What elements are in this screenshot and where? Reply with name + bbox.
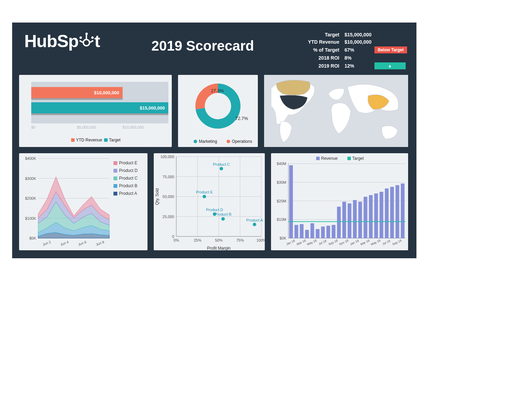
svg-rect-127 bbox=[347, 157, 351, 160]
svg-text:YTD Revenue: YTD Revenue bbox=[76, 138, 102, 142]
svg-rect-92 bbox=[295, 225, 298, 238]
svg-text:$300K: $300K bbox=[25, 176, 36, 181]
svg-text:Target: Target bbox=[352, 156, 364, 161]
svg-rect-93 bbox=[300, 224, 304, 238]
svg-text:Product B: Product B bbox=[119, 183, 137, 188]
svg-rect-96 bbox=[316, 229, 320, 238]
svg-text:Jun 2: Jun 2 bbox=[42, 240, 51, 246]
svg-rect-94 bbox=[305, 230, 309, 238]
svg-text:May 19: May 19 bbox=[370, 239, 381, 246]
svg-text:Sep 19: Sep 19 bbox=[392, 239, 402, 246]
svg-text:72.7%: 72.7% bbox=[235, 116, 248, 121]
kpi-label: Target bbox=[307, 32, 339, 38]
kpi-table: Target $15,000,000 YTD Revenue $10,000,0… bbox=[305, 28, 409, 71]
svg-text:Product E: Product E bbox=[196, 190, 213, 194]
svg-text:Product D: Product D bbox=[119, 168, 138, 173]
scorecard-dashboard: HubSp t 2019 Scorecard Target $15,000,00… bbox=[12, 23, 416, 258]
svg-rect-12 bbox=[104, 138, 108, 142]
svg-rect-35 bbox=[113, 161, 117, 165]
svg-point-71 bbox=[220, 167, 223, 171]
svg-rect-5 bbox=[31, 113, 168, 115]
svg-text:$30M: $30M bbox=[277, 180, 286, 184]
svg-text:Revenue: Revenue bbox=[321, 156, 338, 161]
svg-rect-104 bbox=[358, 202, 362, 238]
svg-text:Jan 18: Jan 18 bbox=[286, 239, 296, 246]
svg-rect-103 bbox=[353, 200, 357, 238]
spend-breakdown-chart: 27.3%72.7%MarketingOperations bbox=[178, 75, 258, 147]
svg-text:Jun 6: Jun 6 bbox=[78, 240, 87, 246]
page-title: 2019 Scorecard bbox=[100, 28, 306, 54]
svg-point-16 bbox=[194, 140, 197, 143]
svg-text:Jul 18: Jul 18 bbox=[318, 239, 327, 246]
svg-rect-108 bbox=[380, 192, 383, 238]
trend-up-icon: ▲ bbox=[374, 62, 406, 69]
product-revenue-trend-chart: $0K$100K$200K$300K$400KJun 2Jun 4Jun 6Ju… bbox=[19, 153, 147, 250]
svg-text:75,000: 75,000 bbox=[162, 175, 174, 179]
kpi-label: 2019 ROI bbox=[307, 62, 339, 70]
svg-point-67 bbox=[253, 223, 256, 226]
svg-rect-110 bbox=[390, 187, 394, 238]
svg-text:$40M: $40M bbox=[277, 162, 286, 166]
svg-text:$0K: $0K bbox=[29, 236, 36, 240]
svg-text:100,000: 100,000 bbox=[160, 155, 174, 159]
svg-rect-91 bbox=[289, 165, 293, 238]
svg-text:$20M: $20M bbox=[277, 199, 286, 203]
kpi-value: 67% bbox=[342, 46, 372, 54]
svg-text:$5,000,000: $5,000,000 bbox=[77, 125, 96, 129]
svg-text:Product D: Product D bbox=[206, 208, 223, 212]
svg-text:Sep 18: Sep 18 bbox=[328, 239, 338, 246]
kpi-label: 2018 ROI bbox=[307, 55, 339, 61]
svg-text:Mar 19: Mar 19 bbox=[360, 239, 370, 246]
svg-rect-98 bbox=[327, 226, 330, 238]
svg-rect-39 bbox=[113, 176, 117, 180]
svg-text:Jun 8: Jun 8 bbox=[95, 240, 105, 246]
svg-text:$0K: $0K bbox=[279, 236, 286, 240]
svg-text:May 18: May 18 bbox=[306, 239, 317, 246]
svg-point-75 bbox=[203, 195, 206, 198]
svg-text:Jun 4: Jun 4 bbox=[60, 240, 69, 246]
svg-point-69 bbox=[221, 217, 225, 220]
svg-text:Jul 19: Jul 19 bbox=[382, 239, 391, 246]
svg-text:Product C: Product C bbox=[119, 176, 138, 181]
svg-text:Target: Target bbox=[109, 138, 121, 142]
chart-row-1: $10,000,000$15,000,000$0$5,000,000$10,00… bbox=[19, 75, 409, 147]
margin-vs-qty-chart: 025,00050,00075,000100,0000%25%50%75%100… bbox=[154, 153, 265, 250]
svg-rect-100 bbox=[337, 207, 341, 238]
svg-text:Operations: Operations bbox=[232, 139, 252, 144]
svg-text:50%: 50% bbox=[215, 238, 222, 242]
svg-text:0%: 0% bbox=[174, 238, 179, 242]
svg-text:Product E: Product E bbox=[119, 161, 137, 165]
svg-rect-107 bbox=[374, 193, 378, 238]
svg-text:25%: 25% bbox=[194, 238, 201, 242]
kpi-value: 8% bbox=[342, 55, 372, 61]
svg-text:$200K: $200K bbox=[25, 196, 36, 200]
svg-rect-111 bbox=[396, 185, 399, 238]
svg-rect-2 bbox=[31, 98, 123, 100]
svg-rect-41 bbox=[113, 184, 117, 188]
svg-rect-37 bbox=[113, 169, 117, 173]
svg-text:$0: $0 bbox=[31, 125, 35, 129]
regions-map bbox=[264, 75, 408, 147]
svg-text:Product A: Product A bbox=[119, 191, 137, 196]
svg-point-73 bbox=[213, 213, 216, 216]
svg-rect-97 bbox=[321, 227, 325, 238]
svg-rect-105 bbox=[364, 197, 368, 238]
svg-text:$10M: $10M bbox=[277, 217, 286, 222]
svg-rect-109 bbox=[385, 189, 389, 238]
svg-rect-99 bbox=[332, 225, 336, 238]
chart-row-2: $0K$100K$200K$300K$400KJun 2Jun 4Jun 6Ju… bbox=[19, 153, 409, 250]
sprocket-icon bbox=[79, 33, 94, 50]
svg-rect-125 bbox=[316, 157, 320, 160]
kpi-label: YTD Revenue bbox=[307, 39, 339, 45]
svg-text:75%: 75% bbox=[236, 238, 244, 242]
svg-text:50,000: 50,000 bbox=[162, 194, 174, 199]
svg-text:$15,000,000: $15,000,000 bbox=[140, 105, 165, 111]
ytd-vs-target-chart: $10,000,000$15,000,000$0$5,000,000$10,00… bbox=[19, 75, 172, 147]
svg-text:$100K: $100K bbox=[25, 216, 36, 220]
svg-text:27.3%: 27.3% bbox=[211, 88, 224, 93]
svg-rect-95 bbox=[311, 223, 314, 238]
svg-text:25,000: 25,000 bbox=[162, 215, 174, 219]
svg-rect-112 bbox=[401, 183, 405, 238]
svg-rect-101 bbox=[342, 202, 346, 238]
svg-text:$10,000,000: $10,000,000 bbox=[123, 125, 144, 129]
